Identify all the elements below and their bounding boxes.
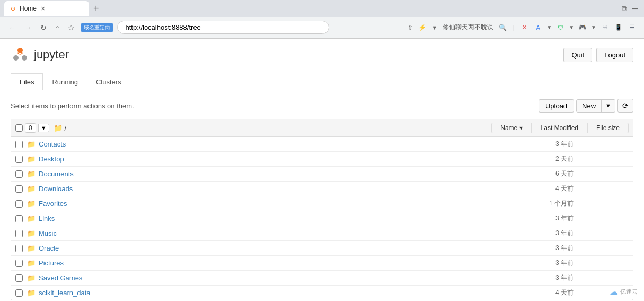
file-modified: 4 天前 [518,184,582,193]
select-all-checkbox[interactable] [15,124,23,132]
lightning-icon[interactable]: ⚡ [418,24,426,31]
address-input[interactable] [117,21,329,34]
row-checkbox[interactable] [15,185,23,193]
item-count-badge: 0 [25,123,36,133]
tab-files[interactable]: Files [11,73,43,90]
folder-icon: 📁 [27,214,36,222]
file-name-area: 📁 Oracle [27,244,514,252]
file-name-area: 📁 Music [27,229,514,237]
row-checkbox[interactable] [15,215,23,222]
tab-running[interactable]: Running [43,73,86,90]
row-checkbox[interactable] [15,245,23,252]
logo-text: jupyter [34,48,69,62]
search-icon[interactable]: 🔍 [499,24,507,31]
file-link[interactable]: Links [39,214,55,222]
file-modified: 3 年前 [518,259,582,268]
row-checkbox[interactable] [15,230,23,237]
file-link[interactable]: Documents [39,170,74,178]
redirect-badge: 域名重定向 [81,23,113,32]
tab-clusters[interactable]: Clusters [87,73,130,90]
new-button-group: New ▼ [576,99,615,113]
file-name-area: 📁 Favorites [27,200,514,208]
col-header-modified[interactable]: Last Modified [532,123,587,133]
row-checkbox[interactable] [15,156,23,163]
file-name-area: 📁 Desktop [27,155,514,163]
folder-icon: 📁 [27,170,36,178]
folder-icon: 📁 [27,274,36,282]
table-row: 📁 Downloads 4 天前 [11,182,633,196]
row-checkbox[interactable] [15,289,23,297]
ext-menu-icon[interactable]: ☰ [627,22,638,33]
file-link[interactable]: Saved Games [39,274,82,282]
file-link[interactable]: Music [39,229,57,237]
file-link[interactable]: Pictures [39,259,64,267]
tab-close-icon[interactable]: × [41,4,45,13]
table-row: 📁 Favorites 1 个月前 [11,196,633,211]
new-dropdown-button[interactable]: ▼ [602,100,615,112]
col-header-size[interactable]: File size [587,123,629,133]
file-modified: 3 年前 [518,229,582,238]
row-checkbox[interactable] [15,170,23,178]
ext-grid-icon[interactable]: ⁜ [599,22,610,33]
col-header-name[interactable]: Name ▾ [491,123,531,133]
table-row: 📁 Pictures 3 年前 [11,256,633,271]
share-icon[interactable]: ⇧ [408,24,413,31]
table-row: 📁 Contacts 3 年前 [11,137,633,152]
ext-translate-icon[interactable]: A [533,22,543,33]
folder-icon: 📁 [27,200,36,208]
tab-title: Home [20,5,37,12]
file-link[interactable]: scikit_learn_data [39,289,91,297]
file-name-area: 📁 scikit_learn_data [27,289,514,297]
ext-shield-icon[interactable]: 🛡 [555,22,566,33]
row-checkbox[interactable] [15,274,23,282]
file-link[interactable]: Downloads [39,185,73,193]
ext-tools-icon[interactable]: ✕ [519,22,530,33]
file-link[interactable]: Oracle [39,244,59,252]
back-button[interactable]: ← [6,21,18,34]
new-tab-button[interactable]: + [89,3,103,14]
file-link[interactable]: Desktop [39,155,64,163]
action-description: Select items to perform actions on them. [11,102,134,110]
folder-icon: 📁 [27,140,36,148]
ext-mobile-icon[interactable]: 📱 [613,22,624,33]
file-link[interactable]: Favorites [39,200,67,208]
file-table: 0 ▼ 📁 / Name ▾ Last Modified File size 📁 [11,119,633,300]
row-checkbox[interactable] [15,260,23,267]
ext-dropdown-3[interactable]: ▼ [591,24,596,30]
logout-button[interactable]: Logout [596,48,633,62]
file-name-area: 📁 Links [27,214,514,222]
table-row: 📁 Saved Games 3 年前 [11,271,633,286]
ext-dropdown-1[interactable]: ▼ [546,24,552,30]
file-name-area: 📁 Documents [27,170,514,178]
file-name-area: 📁 Downloads [27,185,514,193]
ext-dropdown-2[interactable]: ▼ [569,24,574,30]
item-count-dropdown[interactable]: ▼ [38,124,49,132]
file-modified: 4 天前 [518,288,582,297]
upload-button[interactable]: Upload [539,99,574,113]
table-row: 📁 Documents 6 天前 [11,167,633,182]
row-checkbox[interactable] [15,200,23,208]
bookmark-button[interactable]: ☆ [66,21,77,34]
table-row: 📁 Desktop 2 天前 [11,152,633,167]
toolbar-dropdown-icon[interactable]: ▼ [431,24,437,31]
refresh-button[interactable]: ⟳ [617,99,633,113]
reload-button[interactable]: ↻ [38,21,49,34]
window-tile-button[interactable]: ⧉ [620,2,629,15]
quit-button[interactable]: Quit [563,48,592,62]
file-modified: 3 年前 [518,244,582,253]
row-checkbox[interactable] [15,141,23,148]
svg-point-0 [17,48,23,53]
folder-icon: 📁 [27,185,36,193]
nav-tabs: Files Running Clusters [0,73,644,90]
browser-tab[interactable]: ⊙ Home × [4,1,89,16]
new-button[interactable]: New [577,100,602,112]
window-minimize-button[interactable]: ─ [630,2,640,15]
home-button[interactable]: ⌂ [53,21,61,34]
ext-game-icon[interactable]: 🎮 [577,22,588,33]
file-name-area: 📁 Contacts [27,140,514,148]
jupyter-logo-icon [11,45,30,64]
file-link[interactable]: Contacts [39,140,66,148]
file-table-header: 0 ▼ 📁 / Name ▾ Last Modified File size [11,119,633,137]
forward-button[interactable]: → [22,21,34,34]
folder-icon: 📁 [27,155,36,163]
